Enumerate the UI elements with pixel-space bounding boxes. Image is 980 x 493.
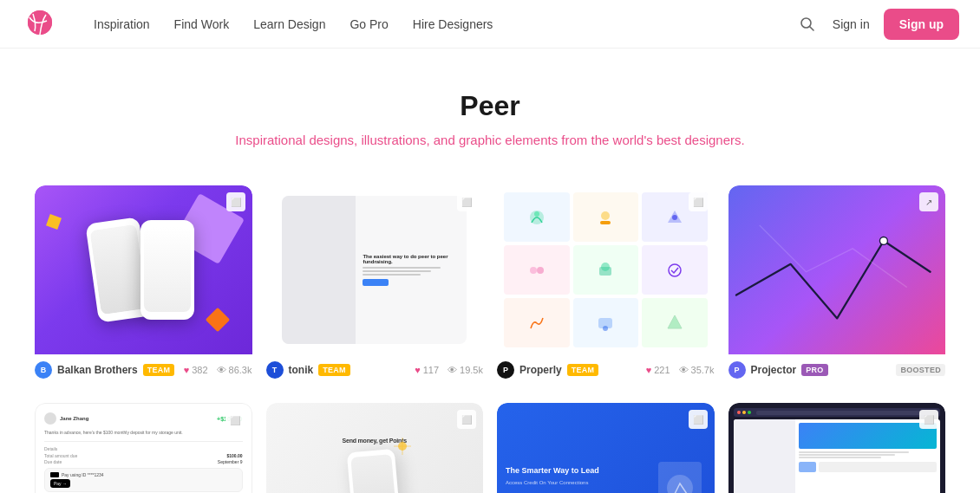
hero-subtitle: Inspirational designs, illustrations, an… (17, 133, 963, 147)
svg-point-14 (603, 326, 608, 331)
svg-point-16 (879, 237, 887, 244)
page-title: Peer (17, 90, 963, 122)
card-headline: The Smarter Way to Lead (506, 466, 647, 477)
header-actions: Sign in Sign up (796, 9, 959, 40)
nav-go-pro[interactable]: Go Pro (339, 10, 398, 38)
boosted-badge: BOOSTED (896, 364, 945, 376)
svg-point-12 (669, 264, 681, 276)
shot-card[interactable]: ↗ P Projector PRO BOOSTED (728, 185, 946, 382)
chat-name: Jane Zhang (60, 416, 88, 421)
card-author-info: B Balkan Brothers TEAM (35, 361, 174, 379)
views-stat: 👁 35.7k (679, 365, 715, 375)
nav-inspiration[interactable]: Inspiration (83, 10, 160, 38)
card-author-info: T tonik TEAM (266, 361, 350, 379)
card-stats: BOOSTED (896, 364, 945, 376)
heart-icon: ♥ (184, 365, 190, 375)
svg-point-5 (601, 211, 610, 220)
total-due: $100.00 (226, 453, 242, 458)
monitor-icon: ⬜ (226, 192, 245, 211)
card-stats: ♥ 117 👁 19.5k (415, 365, 483, 375)
likes-stat: ♥ 117 (415, 365, 439, 375)
nav-learn-design[interactable]: Learn Design (243, 10, 336, 38)
sign-up-button[interactable]: Sign up (884, 9, 959, 40)
heart-icon: ♥ (646, 365, 652, 375)
card-author-info: P Properly TEAM (497, 361, 598, 379)
card-meta: P Projector PRO BOOSTED (728, 354, 946, 382)
svg-point-8 (530, 267, 537, 274)
heart-icon: ♥ (415, 365, 421, 375)
due-date: September 9 (218, 459, 243, 464)
eye-icon: 👁 (679, 365, 689, 375)
card-meta: P Properly TEAM ♥ 221 👁 35.7k (497, 354, 715, 382)
shot-card[interactable]: The easiest way to do peer to peer fundr… (266, 185, 484, 382)
due-date-label: Due date (44, 459, 62, 464)
shot-card[interactable]: ⬜ (728, 403, 946, 493)
monitor-icon: ⬜ (689, 192, 708, 211)
card-sub: Access Credit On Your Connections (506, 480, 647, 485)
svg-point-11 (601, 263, 610, 271)
svg-point-9 (537, 267, 544, 274)
dribbble-logo[interactable] (21, 9, 59, 40)
shot-card[interactable]: The Smarter Way to Lead Access Credit On… (497, 403, 715, 493)
monitor-icon: ⬜ (919, 410, 938, 429)
svg-point-4 (534, 211, 539, 217)
team-badge: TEAM (318, 364, 350, 376)
eye-icon: 👁 (448, 365, 457, 375)
main-nav: Inspiration Find Work Learn Design Go Pr… (83, 10, 796, 38)
monitor-icon: ⬜ (457, 410, 476, 429)
svg-rect-6 (600, 221, 611, 224)
card-author-info: P Projector PRO (728, 361, 828, 379)
views-stat: 👁 19.5k (448, 365, 483, 375)
card-meta: B Balkan Brothers TEAM ♥ 382 👁 86.3k (35, 354, 252, 382)
team-badge: TEAM (567, 364, 599, 376)
likes-stat: ♥ 221 (646, 365, 670, 375)
likes-stat: ♥ 382 (184, 365, 208, 375)
shot-card[interactable]: ⬜ P Properly TEAM ♥ 221 👁 35.7k (497, 185, 715, 382)
card-meta: T tonik TEAM ♥ 117 👁 19.5k (266, 354, 484, 382)
browser-bar (734, 408, 941, 417)
card-stats: ♥ 221 👁 35.7k (646, 365, 715, 375)
shot-card[interactable]: Jane Zhang +$100.00 Thanks in advance, h… (35, 403, 252, 493)
search-button[interactable] (796, 13, 819, 36)
nav-find-work[interactable]: Find Work (164, 10, 240, 38)
avatar: P (497, 361, 514, 379)
chat-message: Thanks in advance, here's the $100 month… (44, 430, 243, 436)
monitor-icon: ⬜ (689, 410, 708, 429)
hero-section: Peer Inspirational designs, illustration… (0, 49, 980, 165)
shot-grid: ⬜ B Balkan Brothers TEAM ♥ 382 👁 86.3k (0, 165, 980, 382)
author-name: Projector (751, 364, 797, 376)
monitor-icon: ⬜ (225, 411, 245, 430)
svg-marker-15 (668, 315, 682, 328)
author-name: tonik (289, 364, 314, 376)
external-icon: ↗ (919, 192, 938, 211)
card-stats: ♥ 382 👁 86.3k (184, 365, 252, 375)
shot-card[interactable]: Send money, get Points ⬜ (266, 403, 484, 493)
author-name: Properly (519, 364, 562, 376)
views-stat: 👁 86.3k (217, 365, 252, 375)
pro-badge: PRO (801, 364, 827, 376)
nav-hire-designers[interactable]: Hire Designers (402, 10, 504, 38)
shot-grid-row2: Jane Zhang +$100.00 Thanks in advance, h… (0, 382, 980, 493)
avatar: T (266, 361, 284, 379)
monitor-icon: ⬜ (457, 192, 476, 211)
author-name: Balkan Brothers (57, 364, 138, 376)
header: Inspiration Find Work Learn Design Go Pr… (0, 0, 980, 49)
avatar: B (35, 361, 52, 379)
eye-icon: 👁 (217, 365, 226, 375)
shot-card[interactable]: ⬜ B Balkan Brothers TEAM ♥ 382 👁 86.3k (35, 185, 252, 382)
svg-point-7 (672, 215, 677, 220)
avatar: P (728, 361, 746, 379)
sign-in-link[interactable]: Sign in (833, 17, 870, 31)
team-badge: TEAM (143, 364, 175, 376)
